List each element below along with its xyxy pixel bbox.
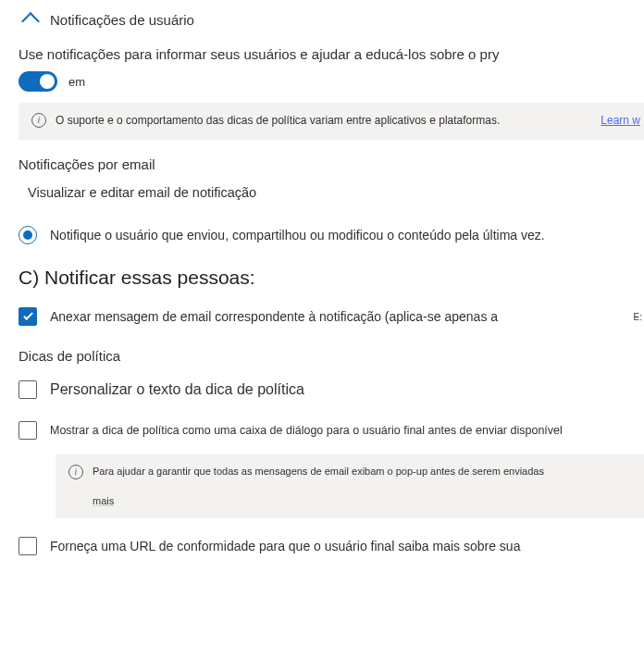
- info-icon: i: [31, 113, 46, 128]
- side-marker: E:: [634, 312, 642, 322]
- notify-sender-label: Notifique o usuário que enviou, comparti…: [50, 228, 545, 242]
- notify-these-people-heading: C) Notificar essas pessoas:: [19, 267, 644, 289]
- info-bar-popup-help: i Para ajudar a garantir que todas as me…: [56, 454, 644, 518]
- toggle-knob: [40, 74, 55, 89]
- radio-dot: [23, 230, 32, 240]
- show-tip-dialog-checkbox[interactable]: [19, 421, 37, 440]
- info-bar-policy-tip-support: i O suporte e o comportamento das dicas …: [19, 103, 644, 140]
- section-header[interactable]: Notificações de usuário: [19, 11, 644, 28]
- checkmark-icon: [23, 310, 33, 320]
- toggle-state-label: em: [68, 75, 85, 89]
- email-notifications-heading: Notificações por email: [19, 156, 644, 172]
- attach-email-checkbox[interactable]: [19, 307, 37, 326]
- notify-sender-radio[interactable]: [19, 226, 37, 244]
- learn-more-link[interactable]: Learn w: [601, 114, 640, 127]
- attach-email-label: Anexar mensagem de email correspondente …: [50, 309, 644, 324]
- provide-url-label: Forneça uma URL de conformidade para que…: [50, 539, 644, 553]
- view-edit-email-link[interactable]: Visualizar e editar email de notificação: [19, 185, 644, 200]
- chevron-up-icon: [21, 12, 40, 31]
- info-more-link[interactable]: mais: [93, 493, 631, 510]
- policy-tips-heading: Dicas de política: [19, 348, 644, 364]
- notifications-toggle[interactable]: [19, 71, 57, 92]
- section-title: Notificações de usuário: [50, 12, 194, 28]
- info-text: O suporte e o comportamento das dicas de…: [56, 112, 631, 129]
- customize-tip-text-checkbox[interactable]: [19, 380, 37, 399]
- info-icon: i: [68, 465, 83, 479]
- intro-text: Use notificações para informar seus usuá…: [19, 44, 644, 64]
- provide-url-checkbox[interactable]: [19, 537, 37, 555]
- customize-tip-text-label: Personalizar o texto da dica de política: [50, 381, 644, 398]
- show-tip-dialog-label: Mostrar a dica de política como uma caix…: [50, 424, 644, 437]
- info-text: Para ajudar a garantir que todas as mens…: [93, 466, 544, 477]
